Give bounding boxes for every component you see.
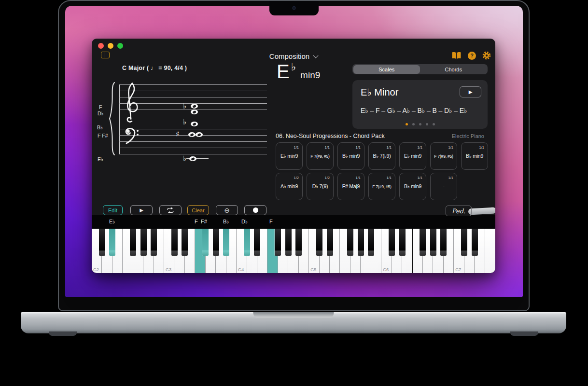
close-button[interactable] — [98, 43, 104, 49]
scales-chords-segmented-control: Scales Chords — [352, 64, 488, 74]
chord-pad-1-2[interactable]: 1/1F 7(#9, #5) — [307, 142, 334, 170]
window-title: Composition — [269, 52, 309, 60]
page-dot-2[interactable] — [412, 123, 415, 125]
piano-black-key-C#2[interactable] — [99, 229, 105, 256]
chord-accidental: ♭ — [291, 61, 296, 73]
sustain-pedal-indicator[interactable]: Ped. — [446, 206, 472, 216]
settings-gear-icon[interactable] — [482, 51, 491, 62]
macbook-base — [21, 312, 566, 333]
pad-chord-name: E♭ min9 — [276, 153, 302, 159]
pad-length-badge: 1/1 — [356, 176, 361, 180]
bass-clef — [124, 128, 140, 145]
chord-pad-1-3[interactable]: 1/1B♭ min9 — [337, 142, 364, 170]
pad-chord-name: F 7(#9, #5) — [431, 154, 457, 159]
desktop-stage: Composition ? C Major ( ♩ = 90, 4/4 ) — [0, 0, 588, 386]
chord-root: E — [277, 62, 290, 81]
scale-title: E♭ Minor — [361, 86, 398, 98]
page-dot-1[interactable] — [406, 123, 408, 125]
manual-book-icon[interactable] — [451, 52, 462, 62]
piano-white-key-F7[interactable] — [485, 229, 495, 273]
chord-pad-2-5[interactable]: 1/1B♭ min9 — [399, 173, 426, 200]
piano-black-key-A#3[interactable] — [223, 229, 229, 256]
record-button[interactable] — [244, 205, 266, 215]
pressed-note-label: F# — [201, 219, 207, 224]
piano-black-key-G#2[interactable] — [140, 229, 147, 256]
octave-label: C6 — [383, 267, 389, 272]
chord-pack-title: 06. Neo-Soul Progressions - Chord Pack — [276, 133, 385, 139]
scale-play-button[interactable]: ▶ — [460, 86, 481, 97]
play-button[interactable]: ▶ — [130, 205, 153, 215]
chord-pad-2-6[interactable]: 1/1- — [430, 173, 457, 200]
pressed-note-label: E♭ — [109, 219, 115, 225]
metronome-minus-button[interactable]: ⊖ — [216, 205, 238, 215]
chord-pad-1-7[interactable]: 1/1B♭ min9 — [461, 142, 488, 170]
page-dots — [352, 123, 488, 125]
pad-chord-name: B♭ min9 — [400, 183, 426, 189]
piano-black-key-D#2[interactable] — [109, 229, 115, 256]
piano-black-key-F#3[interactable] — [202, 229, 209, 256]
piano-black-key-F#5[interactable] — [347, 229, 353, 256]
piano-black-key-C#7[interactable] — [461, 229, 467, 256]
piano-black-key-A#2[interactable] — [151, 229, 157, 256]
chord-pad-1-4[interactable]: 1/1B♭ 7(♭9) — [368, 142, 395, 170]
piano-black-key-D#3[interactable] — [182, 229, 188, 256]
loop-button[interactable] — [159, 205, 182, 215]
piano-black-key-D#7[interactable] — [472, 229, 478, 256]
chord-pad-2-1[interactable]: 1/2A♭ min9 — [276, 173, 303, 200]
piano-keyboard: C2C3C4C5C6C7 — [92, 229, 495, 273]
piano-black-key-D#4[interactable] — [254, 229, 260, 256]
chord-pad-2-2[interactable]: 1/2D♭ 7(9) — [307, 173, 334, 200]
piano-black-key-F#6[interactable] — [420, 229, 426, 256]
piano-black-key-C#5[interactable] — [316, 229, 322, 256]
piano-black-key-C#6[interactable] — [389, 229, 395, 256]
piano-black-key-D#6[interactable] — [399, 229, 406, 256]
minimize-button[interactable] — [108, 43, 113, 49]
piano-black-key-C#4[interactable] — [244, 229, 250, 256]
chevron-down-icon — [313, 53, 319, 58]
piano-black-key-C#3[interactable] — [171, 229, 178, 256]
staff-note-label: F F# — [98, 133, 108, 138]
pad-chord-name: E♭ min9 — [400, 153, 426, 159]
octave-label: C2 — [93, 267, 99, 272]
pad-chord-name: A♭ min9 — [276, 183, 302, 189]
scale-notes: E♭ – F – G♭ – A♭ – B♭ – B – D♭ – E♭ — [361, 107, 467, 114]
chord-pad-2-4[interactable]: 1/1F 7(#9, #5) — [368, 173, 395, 200]
piano-black-key-A#4[interactable] — [295, 229, 302, 256]
whole-note-bb3 — [191, 122, 198, 126]
piano-black-key-A#5[interactable] — [368, 229, 374, 256]
staff-note-label: E♭ — [98, 156, 103, 162]
tab-chords[interactable]: Chords — [420, 65, 487, 74]
chord-pad-1-5[interactable]: 1/1E♭ min9 — [399, 142, 426, 170]
window-title-dropdown[interactable]: Composition — [92, 52, 495, 60]
chord-pad-1-6[interactable]: 1/1F 7(#9, #5) — [430, 142, 457, 170]
zoom-button[interactable] — [117, 43, 123, 49]
grand-staff-brace — [109, 82, 116, 155]
rubber-foot — [510, 331, 538, 336]
whole-note-gb3 — [196, 132, 203, 137]
piano-black-key-G#3[interactable] — [213, 229, 219, 256]
pad-chord-name: - — [431, 183, 457, 189]
piano-black-key-G#4[interactable] — [285, 229, 292, 256]
chord-pad-1-1[interactable]: 1/1E♭ min9 — [276, 142, 303, 170]
help-icon[interactable]: ? — [468, 52, 476, 60]
piano-black-key-F#4[interactable] — [275, 229, 281, 256]
staff-barline — [119, 84, 120, 154]
page-dot-3[interactable] — [419, 123, 421, 125]
octave-label: C7 — [455, 267, 461, 272]
page-dot-5[interactable] — [433, 123, 435, 125]
piano-black-key-G#5[interactable] — [358, 229, 364, 256]
piano-black-key-G#6[interactable] — [430, 229, 436, 256]
app-window: Composition ? C Major ( ♩ = 90, 4/4 ) — [92, 39, 495, 273]
tab-scales[interactable]: Scales — [353, 65, 420, 74]
pressed-note-label: F — [195, 219, 198, 224]
octave-label: C3 — [166, 267, 171, 272]
edit-button[interactable]: Edit — [103, 205, 123, 215]
chord-pad-2-3[interactable]: 1/1F# Maj9 — [337, 173, 364, 200]
piano-black-key-A#6[interactable] — [440, 229, 447, 256]
page-dot-4[interactable] — [426, 123, 428, 125]
clear-button[interactable]: Clear — [187, 205, 209, 215]
lid-thumb-scoop — [253, 312, 334, 318]
piano-black-key-F#2[interactable] — [130, 229, 136, 256]
chord-quality: min9 — [300, 70, 320, 81]
piano-black-key-D#5[interactable] — [327, 229, 333, 256]
